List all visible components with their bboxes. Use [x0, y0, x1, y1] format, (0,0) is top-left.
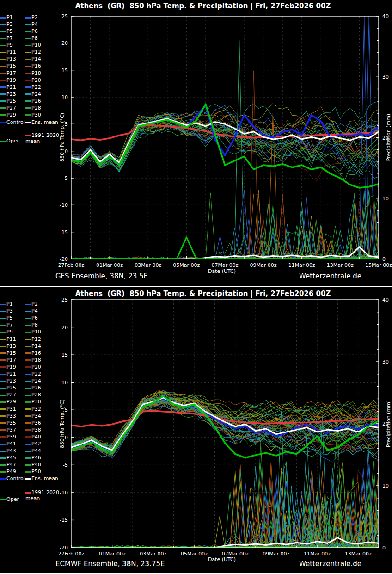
legend-item-p44: P44: [25, 448, 41, 454]
legend-item-p24: P24: [25, 378, 41, 384]
legend-swatch: [25, 31, 31, 32]
legend-swatch: [0, 114, 6, 116]
legend-label: P19: [6, 364, 16, 370]
legend-item-p49: P49: [0, 469, 16, 475]
legend-swatch: [25, 408, 31, 410]
footer-credit: Wetterzentrale.de: [299, 272, 361, 280]
legend-label: P2: [31, 301, 38, 307]
legend-swatch: [0, 415, 6, 417]
legend-swatch: [25, 381, 31, 382]
legend-label: P9: [6, 42, 13, 48]
legend-item-p27: P27: [0, 105, 16, 111]
x-axis-label: Date (UTC): [208, 268, 236, 274]
legend-label: P43: [6, 448, 16, 454]
legend-label: P28: [31, 392, 41, 398]
legend-item-p13: P13: [0, 56, 16, 62]
y-axis-label-right: Precipitation (mm): [386, 400, 392, 447]
legend-item-p21: P21: [0, 371, 16, 377]
legend-swatch: [0, 429, 6, 431]
legend-item-p31: P31: [0, 406, 16, 412]
legend-label: Ens. mean: [31, 119, 58, 125]
legend-swatch: [25, 388, 31, 389]
legend-item-climate-mean: 1991-2020 mean: [25, 132, 62, 144]
legend-item-p14: P14: [25, 56, 41, 62]
legend-label: P23: [6, 378, 16, 384]
legend-item-p37: P37: [0, 427, 16, 433]
legend-item-p23: P23: [0, 378, 16, 384]
legend-item-p29: P29: [0, 399, 16, 405]
legend-label: P34: [31, 413, 41, 419]
legend-swatch: [0, 80, 6, 81]
legend-label: P32: [31, 406, 41, 412]
legend-label: P2: [31, 14, 38, 20]
legend-swatch: [25, 66, 31, 67]
legend-label: P5: [6, 315, 13, 321]
legend-item-p11: P11: [0, 336, 16, 342]
legend-swatch: [25, 401, 31, 403]
legend-label: P17: [6, 70, 16, 76]
legend-swatch: [0, 73, 6, 74]
legend-item-p10: P10: [25, 42, 41, 48]
legend-label: P21: [6, 84, 16, 90]
legend-label: P44: [31, 448, 41, 454]
legend-label: Ens. mean: [31, 475, 58, 481]
legend-label: P20: [31, 364, 41, 370]
legend-label: P47: [6, 462, 16, 468]
legend-label: P19: [6, 77, 16, 83]
legend-item-p33: P33: [0, 413, 16, 419]
legend-item-p5: P5: [0, 28, 13, 34]
legend-item-p12: P12: [25, 49, 41, 55]
legend-swatch: [0, 100, 6, 102]
legend-swatch: [25, 17, 31, 19]
legend-item-p20: P20: [25, 77, 41, 83]
legend-swatch: [0, 31, 6, 32]
legend-label: P12: [31, 336, 41, 342]
legend-swatch: [0, 408, 6, 410]
legend-item-p3: P3: [0, 21, 13, 27]
legend-item-p2: P2: [25, 301, 38, 307]
legend-item-p36: P36: [25, 420, 41, 426]
legend-swatch: [0, 311, 6, 312]
legend-label: P5: [6, 28, 13, 34]
legend-swatch: [25, 436, 31, 438]
legend-label: P14: [31, 343, 41, 349]
gfs-panel: Athens (GR) 850 hPa Temp. & Precipitatio…: [0, 0, 392, 286]
legend-item-p18: P18: [25, 357, 41, 363]
legend-label: P3: [6, 308, 13, 314]
legend-item-oper: Oper: [0, 496, 19, 502]
legend-item-ens-mean: Ens. mean: [25, 119, 58, 125]
legend-label: P38: [31, 427, 41, 433]
legend-swatch: [25, 429, 31, 431]
legend-swatch: [25, 451, 31, 452]
legend-item-p22: P22: [25, 371, 41, 377]
legend-label: P14: [31, 56, 41, 62]
legend-swatch: [25, 311, 31, 312]
legend-item-p11: P11: [0, 49, 16, 55]
y-axis-label-left: 850 hPa Temp. (°C): [59, 113, 65, 162]
legend-item-p26: P26: [25, 385, 41, 391]
legend-swatch: [25, 24, 31, 25]
legend-swatch: [0, 52, 6, 53]
legend-item-p24: P24: [25, 91, 41, 97]
legend-swatch: [0, 366, 6, 368]
legend-swatch: [25, 444, 31, 445]
legend-swatch: [25, 73, 31, 74]
legend-swatch: [25, 374, 31, 375]
legend-swatch: [0, 304, 6, 305]
legend-item-control: Control: [0, 475, 25, 481]
legend-swatch: [0, 38, 6, 39]
legend-item-p45: P45: [0, 455, 16, 461]
legend-label: P27: [6, 105, 16, 111]
legend-item-climate-mean: 1991-2020 mean: [25, 489, 62, 501]
legend-swatch: [25, 107, 31, 109]
legend-label: P46: [31, 455, 41, 461]
legend-label: Oper: [6, 138, 19, 144]
legend-swatch: [0, 332, 6, 333]
legend-label: P22: [31, 371, 41, 377]
legend-item-p1: P1: [0, 301, 13, 307]
legend-label: P4: [31, 21, 38, 27]
legend-label: P20: [31, 77, 41, 83]
legend-item-p5: P5: [0, 315, 13, 321]
legend-label: P10: [31, 329, 41, 335]
legend-item-p3: P3: [0, 308, 13, 314]
